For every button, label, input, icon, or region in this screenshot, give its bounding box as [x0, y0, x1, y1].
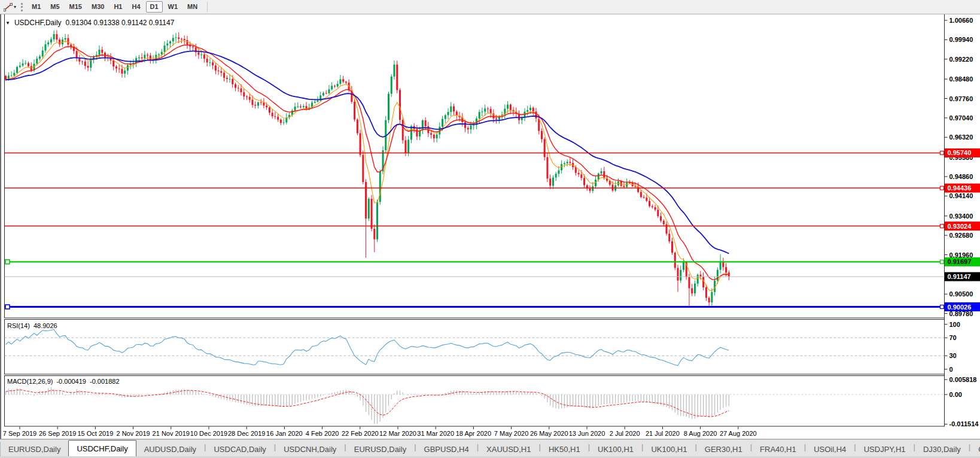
date-label: 8 Aug 2020 [684, 430, 717, 437]
date-label: 28 Dec 2019 [228, 430, 265, 437]
macd-axis-label: 0.005818 [949, 376, 977, 383]
svg-text:0.94140: 0.94140 [949, 192, 973, 199]
macd-name: MACD(12,26,9) [7, 378, 53, 385]
macd-histogram [6, 387, 729, 424]
collapse-triangle-icon[interactable]: ▼ [5, 20, 10, 26]
svg-text:0.95740: 0.95740 [948, 149, 972, 156]
date-label: 13 Jun 2020 [569, 430, 605, 437]
rsi-axis-label: 70 [949, 334, 957, 341]
date-label: 31 Mar 2020 [417, 430, 454, 437]
svg-text:0.98480: 0.98480 [949, 75, 973, 83]
rsi-axis-label: 100 [949, 321, 960, 328]
price-axis-ticks: 1.006600.999400.992200.984800.977600.970… [945, 17, 973, 317]
ma-fast-line [6, 41, 729, 291]
rsi-indicator-label: RSI(14) 48.9026 [7, 322, 57, 329]
rsi-name: RSI(14) [7, 322, 30, 329]
trendline-tool-icon[interactable] [2, 2, 13, 12]
macd-signal-line [6, 390, 729, 417]
tab-china300-h1[interactable]: CHINA300,H1 [970, 442, 980, 456]
tab-uk100-h1[interactable]: UK100,H1 [590, 442, 641, 456]
tool-dropdown-caret[interactable]: ▾ [14, 4, 16, 10]
macd-axis-label: -0.011514 [949, 420, 979, 427]
level-handle-0.90026[interactable] [5, 305, 10, 309]
tab-eurusd-daily[interactable]: EURUSD,Daily [1, 442, 68, 456]
timeframe-button-d1[interactable]: D1 [146, 1, 163, 13]
date-label: 21 Jul 2020 [646, 430, 680, 437]
svg-text:0.93024: 0.93024 [948, 223, 972, 230]
timeframe-button-h1[interactable]: H1 [109, 1, 126, 13]
timeframe-button-m30[interactable]: M30 [87, 1, 108, 13]
timeframe-button-mn[interactable]: MN [183, 1, 202, 13]
svg-text:1.00660: 1.00660 [949, 17, 973, 24]
date-label: 26 Sep 2019 [39, 430, 76, 437]
price-panel-frame [5, 14, 945, 319]
date-label: 12 Mar 2020 [379, 430, 416, 437]
chart-title: ▼ USDCHF,Daily 0.91304 0.91338 0.91142 0… [5, 19, 174, 27]
svg-text:0.99220: 0.99220 [949, 56, 973, 63]
date-label: 7 May 2020 [494, 430, 528, 437]
svg-text:0.94436: 0.94436 [948, 184, 972, 192]
timeframe-button-h4[interactable]: H4 [127, 1, 144, 13]
svg-text:0.91147: 0.91147 [948, 273, 971, 280]
date-label: 26 May 2020 [530, 430, 568, 437]
macd-panel-frame [5, 376, 945, 427]
rsi-value: 48.9026 [34, 322, 57, 329]
svg-text:0.90500: 0.90500 [949, 290, 973, 298]
macd-signal-value: -0.001882 [90, 378, 120, 385]
timeframe-button-m5[interactable]: M5 [46, 1, 63, 13]
svg-text:0.96320: 0.96320 [949, 134, 973, 141]
date-label: 7 Sep 2019 [3, 430, 36, 437]
chart-symbol-period: USDCHF,Daily [14, 19, 62, 27]
candlesticks [5, 30, 730, 307]
tab-usdcnh-daily[interactable]: USDCNH,Daily [276, 442, 344, 456]
date-label: 27 Aug 2020 [720, 430, 757, 437]
svg-text:0.90026: 0.90026 [948, 304, 972, 311]
tab-ger30-h1[interactable]: GER30,H1 [697, 442, 750, 456]
date-label: 2 Jul 2020 [610, 430, 640, 437]
top-toolbar: ▾ M1M5M15M30H1H4D1W1MN [0, 0, 980, 14]
tab-usoil-h4[interactable]: USOil,H4 [806, 442, 854, 456]
tab-gbpusd-h4[interactable]: GBPUSD,H4 [416, 442, 477, 456]
toolbar-separator [207, 2, 208, 12]
macd-axis-label: 0.00 [949, 391, 962, 398]
svg-text:0.91697: 0.91697 [948, 258, 972, 265]
tab-fra40-h1[interactable]: FRA40,H1 [752, 442, 804, 456]
macd-indicator-label: MACD(12,26,9) -0.000419 -0.001882 [7, 378, 120, 385]
svg-text:0.94860: 0.94860 [949, 173, 973, 180]
chart-ohlc-quote: 0.91304 0.91338 0.91142 0.91147 [66, 19, 175, 27]
toolbar-grip[interactable] [21, 3, 23, 11]
tab-usdchf-daily[interactable]: USDCHF,Daily [68, 440, 136, 457]
tab-audusd-daily[interactable]: AUDUSD,Daily [136, 442, 204, 456]
svg-text:0.99940: 0.99940 [949, 36, 973, 43]
rsi-line [6, 330, 729, 366]
chart-tab-bar: EURUSD,DailyUSDCHF,DailyAUDUSD,Daily|USD… [0, 439, 980, 458]
chart-area[interactable]: 1.006600.999400.992200.984800.977600.970… [0, 14, 980, 439]
ma-mid-line [6, 45, 729, 280]
date-label: 18 Apr 2020 [456, 430, 491, 437]
tab-usdcad-daily[interactable]: USDCAD,Daily [206, 442, 273, 456]
svg-text:0.97760: 0.97760 [949, 95, 973, 102]
tab-usdjpy-h1[interactable]: USDJPY,H1 [856, 442, 914, 456]
tab-dj30-daily[interactable]: DJ30,Daily [915, 442, 969, 456]
rsi-axis-label: 30 [949, 352, 957, 359]
date-label: 4 Feb 2020 [306, 430, 339, 437]
date-label: 2 Nov 2019 [116, 430, 150, 437]
date-label: 21 Nov 2019 [153, 430, 190, 437]
rsi-axis-label: 0 [949, 366, 953, 373]
tab-hk50-h1[interactable]: HK50,H1 [541, 442, 588, 456]
svg-text:0.97040: 0.97040 [949, 114, 973, 122]
level-handle-0.91697[interactable] [5, 260, 10, 264]
timeframe-button-m1[interactable]: M1 [28, 1, 45, 13]
date-label: 22 Feb 2020 [342, 430, 379, 437]
svg-text:0.92680: 0.92680 [949, 232, 973, 239]
ma-slow-line [6, 51, 729, 253]
timeframe-button-w1[interactable]: W1 [164, 1, 182, 13]
timeframe-button-m15[interactable]: M15 [65, 1, 86, 13]
tab-eurusd-daily[interactable]: EURUSD,Daily [346, 442, 414, 456]
tab-uk100-h1[interactable]: UK100,H1 [643, 442, 695, 456]
svg-text:0.93400: 0.93400 [949, 213, 973, 220]
svg-text:0.91960: 0.91960 [949, 251, 973, 259]
date-label: 15 Oct 2019 [77, 430, 113, 437]
tab-xauusd-h1[interactable]: XAUUSD,H1 [479, 442, 538, 456]
date-label: 16 Jan 2020 [266, 430, 303, 437]
